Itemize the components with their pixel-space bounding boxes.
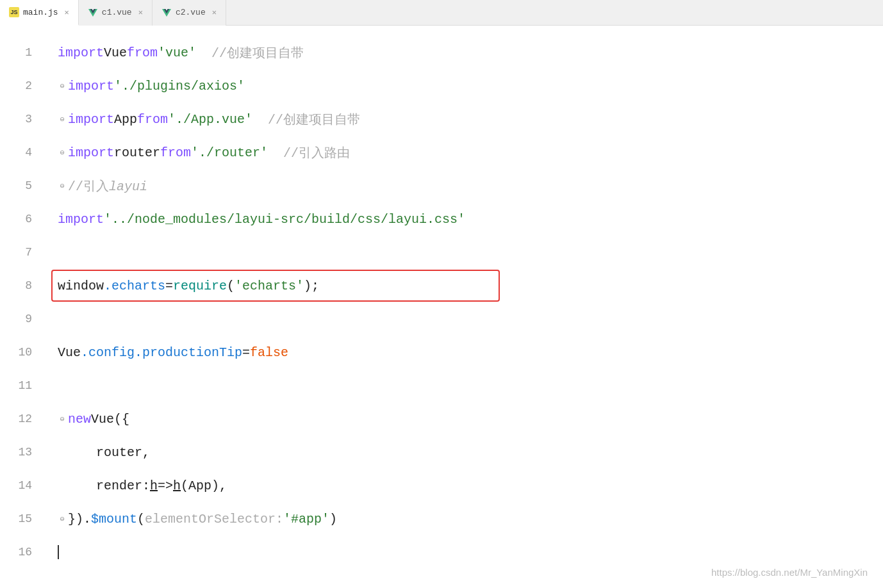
empty-9 — [58, 312, 65, 327]
id-h1-14: h — [150, 478, 158, 493]
line-num-16: 16 — [0, 535, 32, 569]
line-num-2: 2 — [0, 69, 32, 102]
str-app-15: '#app' — [283, 512, 329, 527]
line-num-8: 8 — [0, 269, 32, 302]
comment-3: //创建项目自带 — [268, 111, 360, 128]
tab-label-c1-vue: c1.vue — [102, 8, 132, 17]
kw-from-4: from — [160, 145, 191, 160]
code-content[interactable]: import Vue from 'vue' //创建项目自带 ⊖ import … — [45, 26, 883, 588]
fold-icon-12[interactable]: ⊖ — [58, 414, 67, 423]
arrow-14: => — [158, 478, 173, 493]
code-line-15: ⊖ }). $mount ( elementOrSelector: '#app'… — [58, 502, 870, 535]
str-echarts-8: 'echarts' — [235, 279, 304, 293]
tab-main-js[interactable]: JS main.js ✕ — [0, 0, 79, 26]
kw-import-1: import — [58, 45, 104, 60]
code-line-12: ⊖ new Vue({ — [58, 402, 870, 436]
str-app-3: './App.vue' — [168, 112, 252, 127]
id-render-14: render: — [96, 478, 150, 493]
line-num-11: 11 — [0, 369, 32, 402]
kw-window-8: window — [58, 279, 104, 293]
line-num-5: 5 — [0, 169, 32, 202]
prop-tip-10: .productionTip — [135, 345, 242, 360]
editor: JS main.js ✕ c1.vue ✕ c2.vue ✕ — [0, 0, 883, 588]
code-line-1: import Vue from 'vue' //创建项目自带 — [58, 36, 870, 69]
comment-1: //创建项目自带 — [211, 44, 304, 61]
param-label-15: elementOrSelector: — [145, 512, 283, 527]
tab-label-main-js: main.js — [23, 8, 58, 17]
tab-c1-vue[interactable]: c1.vue ✕ — [79, 0, 153, 26]
vue-icon-c2 — [161, 8, 172, 18]
tab-close-main-js[interactable]: ✕ — [65, 8, 69, 17]
code-line-9 — [58, 302, 870, 336]
line-num-6: 6 — [0, 202, 32, 236]
kw-import-2: import — [68, 79, 114, 94]
paren-open-8: ( — [227, 279, 235, 293]
paren-15: ( — [137, 512, 145, 527]
comment-5: //引入layui — [68, 177, 147, 195]
kw-import-3: import — [68, 112, 114, 127]
tab-bar: JS main.js ✕ c1.vue ✕ c2.vue ✕ — [0, 0, 883, 26]
line-num-7: 7 — [0, 236, 32, 269]
js-icon: JS — [9, 7, 19, 17]
eq-10: = — [242, 345, 250, 360]
line-numbers: 1 2 3 4 5 6 7 8 9 10 11 12 13 14 15 16 — [0, 26, 45, 588]
fold-icon-15[interactable]: ⊖ — [58, 514, 67, 523]
fold-icon-4[interactable]: ⊖ — [58, 148, 67, 157]
code-line-7 — [58, 236, 870, 269]
code-line-13: router, — [58, 436, 870, 469]
tab-label-c2-vue: c2.vue — [176, 8, 206, 17]
paren-close-8: ); — [304, 279, 319, 293]
tab-c2-vue[interactable]: c2.vue ✕ — [153, 0, 226, 26]
kw-import-6: import — [58, 212, 104, 227]
kw-from-1: from — [127, 45, 158, 60]
fold-icon-2[interactable]: ⊖ — [58, 81, 67, 90]
vue-icon-c1 — [88, 8, 98, 18]
id-app-3: App — [114, 112, 137, 127]
code-line-10: Vue .config .productionTip = false — [58, 336, 870, 369]
id-router-13: router, — [96, 445, 150, 460]
fold-icon-3[interactable]: ⊖ — [58, 115, 67, 124]
id-vue-1: Vue — [104, 45, 127, 60]
line-num-10: 10 — [0, 336, 32, 369]
code-line-11 — [58, 369, 870, 402]
kw-new-12: new — [68, 412, 91, 427]
str-vue-1: 'vue' — [158, 45, 196, 60]
line-num-15: 15 — [0, 502, 32, 535]
tab-close-c1-vue[interactable]: ✕ — [138, 8, 143, 17]
code-line-4: ⊖ import router from './router' //引入路由 — [58, 136, 870, 169]
prop-config-10: .config — [81, 345, 135, 360]
id-vue-10: Vue — [58, 345, 81, 360]
line-num-4: 4 — [0, 136, 32, 169]
text-cursor-16 — [58, 545, 59, 559]
arg-app-14: (App), — [181, 478, 227, 493]
code-area: 1 2 3 4 5 6 7 8 9 10 11 12 13 14 15 16 i… — [0, 26, 883, 588]
comment-4: //引入路由 — [283, 144, 350, 161]
kw-import-4: import — [68, 145, 114, 160]
str-layui-6: '../node_modules/layui-src/build/css/lay… — [104, 212, 465, 227]
id-mount-15: }). — [68, 512, 91, 527]
line-num-9: 9 — [0, 302, 32, 336]
empty-11 — [58, 379, 65, 393]
code-line-16 — [58, 535, 870, 569]
watermark: https://blog.csdn.net/Mr_YanMingXin — [711, 567, 868, 578]
prop-echarts-8: .echarts — [104, 279, 165, 293]
fold-icon-5[interactable]: ⊖ — [58, 181, 67, 190]
kw-from-3: from — [137, 112, 168, 127]
code-line-6: import '../node_modules/layui-src/build/… — [58, 202, 870, 236]
str-router-4: './router' — [191, 145, 268, 160]
str-axios-2: './plugins/axios' — [114, 79, 245, 94]
code-line-3: ⊖ import App from './App.vue' //创建项目自带 — [58, 102, 870, 136]
sp-4 — [268, 145, 283, 160]
sp-1 — [196, 45, 211, 60]
empty-7 — [58, 245, 65, 260]
fn-require-8: require — [173, 279, 227, 293]
id-vue-12: Vue({ — [91, 412, 129, 427]
code-line-14: render: h => h (App), — [58, 469, 870, 502]
line-num-1: 1 — [0, 36, 32, 69]
tab-close-c2-vue[interactable]: ✕ — [212, 8, 217, 17]
paren-close-15: ) — [329, 512, 337, 527]
line-num-12: 12 — [0, 402, 32, 436]
line-num-3: 3 — [0, 102, 32, 136]
id-h2-14: h — [173, 478, 181, 493]
sp-3 — [252, 112, 268, 127]
